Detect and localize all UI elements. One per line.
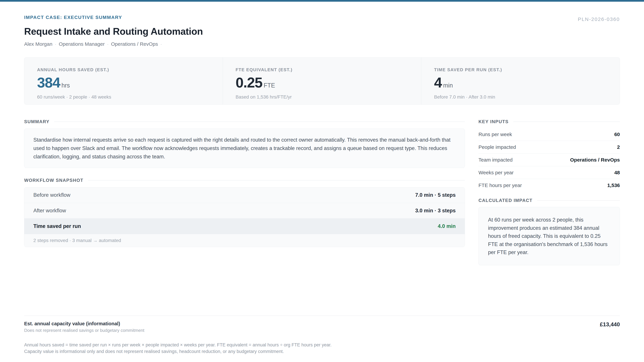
table-row-before-workflow: Before workflow 7.0 min · 5 steps	[24, 187, 465, 203]
team-name: Operations / RevOps	[111, 41, 158, 47]
methodology-fine-print: Annual hours saved = time saved per run …	[24, 342, 620, 355]
list-item-runs-per-week: Runs per week 60	[478, 128, 620, 141]
workflow-snapshot-section: WORKFLOW SNAPSHOT Before workflow 7.0 mi…	[24, 178, 465, 247]
row-label: Time saved per run	[33, 223, 81, 229]
kpi-time-saved-per-run: TIME SAVED PER RUN (EST.) 4 min Before 7…	[421, 57, 620, 104]
calculated-impact-text-box: At 60 runs per week across 2 people, thi…	[478, 207, 620, 265]
summary-section-header: SUMMARY	[24, 119, 465, 124]
kpi-note: Based on 1,536 hrs/FTE/yr	[236, 94, 414, 100]
fine-print-line-formula: Annual hours saved = time saved per run …	[24, 342, 620, 348]
list-item-fte-hours-per-year: FTE hours per year 1,536	[478, 179, 620, 192]
left-column: SUMMARY Standardise how internal request…	[24, 119, 465, 247]
table-row-after-workflow: After workflow 3.0 min · 3 steps	[24, 203, 465, 219]
kpi-label: ANNUAL HOURS SAVED (EST.)	[37, 67, 216, 72]
workflow-footnote: 2 steps removed · 3 manual → automated	[24, 234, 465, 247]
meta-separator: ·	[107, 41, 109, 47]
calculated-impact-section-header: CALCULATED IMPACT	[478, 198, 620, 203]
section-rule	[88, 180, 465, 180]
capacity-value-disclaimer: Does not represent realised savings or b…	[24, 328, 144, 333]
section-rule	[54, 121, 465, 122]
kpi-value-row: 0.25 FTE	[236, 74, 414, 91]
author-name: Alex Morgan	[24, 41, 52, 47]
summary-heading: SUMMARY	[24, 119, 50, 124]
kpi-value: 4	[434, 74, 442, 91]
capacity-value-label: Est. annual capacity value (informationa…	[24, 321, 144, 327]
list-item-team-impacted: Team impacted Operations / RevOps	[478, 153, 620, 166]
kpi-unit: FTE	[264, 82, 275, 89]
section-rule	[537, 200, 620, 201]
kpi-annual-hours-saved: ANNUAL HOURS SAVED (EST.) 384 hrs 60 run…	[24, 57, 223, 104]
section-rule	[513, 121, 620, 122]
page-header: IMPACT CASE: EXECUTIVE SUMMARY PLN-2026-…	[24, 15, 620, 22]
capacity-value-row: Est. annual capacity value (informationa…	[24, 321, 620, 333]
row-label: Before workflow	[33, 192, 70, 198]
kpi-value: 0.25	[236, 74, 262, 91]
input-value: 48	[614, 170, 620, 175]
row-value: 4.0 min	[438, 223, 456, 229]
workflow-section-header: WORKFLOW SNAPSHOT	[24, 178, 465, 183]
workflow-heading: WORKFLOW SNAPSHOT	[24, 178, 83, 183]
eyebrow-label: IMPACT CASE: EXECUTIVE SUMMARY	[24, 15, 122, 20]
kpi-unit: hrs	[62, 82, 70, 89]
page-title: Request Intake and Routing Automation	[24, 26, 620, 37]
input-value: Operations / RevOps	[570, 157, 620, 163]
input-value: 60	[614, 132, 620, 137]
kpi-card-row: ANNUAL HOURS SAVED (EST.) 384 hrs 60 run…	[24, 57, 620, 105]
calculated-impact-section: CALCULATED IMPACT At 60 runs per week ac…	[478, 198, 620, 265]
kpi-value-row: 4 min	[434, 74, 613, 91]
top-accent-bar	[0, 0, 644, 2]
fine-print-line-disclaimer: Capacity value is informational only and…	[24, 348, 620, 355]
calculated-impact-heading: CALCULATED IMPACT	[478, 198, 532, 203]
kpi-value-row: 384 hrs	[37, 74, 216, 91]
kpi-note: Before 7.0 min · After 3.0 min	[434, 94, 613, 100]
main-content: SUMMARY Standardise how internal request…	[24, 119, 620, 265]
row-label: After workflow	[33, 208, 66, 214]
header-left: IMPACT CASE: EXECUTIVE SUMMARY	[24, 15, 122, 20]
workflow-table: Before workflow 7.0 min · 5 steps After …	[24, 187, 465, 247]
author-role: Operations Manager	[59, 41, 105, 47]
kpi-label: FTE EQUIVALENT (EST.)	[236, 67, 414, 72]
capacity-value-labels: Est. annual capacity value (informationa…	[24, 321, 144, 333]
kpi-note: 60 runs/week · 2 people · 48 weeks	[37, 94, 216, 100]
kpi-label: TIME SAVED PER RUN (EST.)	[434, 67, 613, 72]
key-inputs-section-header: KEY INPUTS	[478, 119, 620, 124]
input-value: 2	[617, 144, 620, 150]
input-value: 1,536	[607, 183, 620, 188]
key-inputs-list: Runs per week 60 People impacted 2 Team …	[478, 128, 620, 192]
author-meta-line: Alex Morgan·Operations Manager·Operation…	[24, 41, 620, 47]
table-row-time-saved: Time saved per run 4.0 min	[24, 219, 465, 234]
capacity-value-amount: £13,440	[600, 321, 620, 328]
kpi-value: 384	[37, 74, 60, 91]
summary-text-box: Standardise how internal requests arrive…	[24, 129, 465, 168]
kpi-fte-equivalent: FTE EQUIVALENT (EST.) 0.25 FTE Based on …	[223, 57, 421, 104]
page-footer: Est. annual capacity value (informationa…	[24, 316, 620, 355]
list-item-people-impacted: People impacted 2	[478, 141, 620, 153]
kpi-unit: min	[443, 82, 453, 89]
right-column: KEY INPUTS Runs per week 60 People impac…	[478, 119, 620, 265]
input-label: Team impacted	[478, 157, 512, 163]
input-label: Weeks per year	[478, 170, 514, 175]
document-id: PLN-2026-0360	[578, 16, 620, 22]
impact-case-page: IMPACT CASE: EXECUTIVE SUMMARY PLN-2026-…	[0, 15, 644, 355]
row-value: 3.0 min · 3 steps	[415, 208, 456, 214]
input-label: FTE hours per year	[478, 183, 522, 188]
list-item-weeks-per-year: Weeks per year 48	[478, 166, 620, 179]
input-label: Runs per week	[478, 132, 512, 137]
meta-separator: ·	[160, 41, 162, 47]
key-inputs-heading: KEY INPUTS	[478, 119, 509, 124]
row-value: 7.0 min · 5 steps	[415, 192, 456, 198]
meta-separator: ·	[55, 41, 56, 47]
input-label: People impacted	[478, 144, 516, 150]
